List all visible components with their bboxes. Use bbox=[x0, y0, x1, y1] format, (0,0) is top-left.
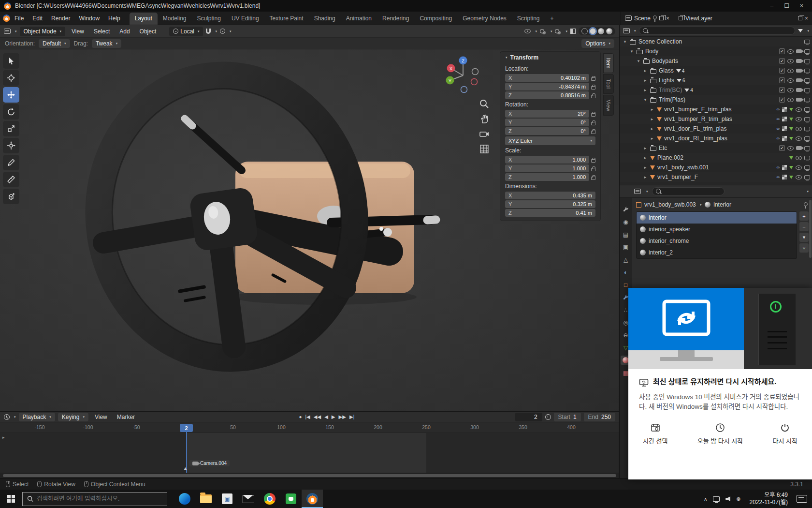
restart-tonight-button[interactable]: 오늘 밤 다시 시작 bbox=[697, 423, 743, 445]
pick-time-button[interactable]: 시간 선택 bbox=[643, 423, 667, 445]
collection-checkbox[interactable]: ✓ bbox=[779, 97, 785, 103]
snap-magnet-icon[interactable] bbox=[206, 29, 211, 34]
new-scene-icon[interactable] bbox=[659, 16, 664, 20]
disable-viewport-icon[interactable] bbox=[804, 69, 810, 73]
rotate-tool[interactable] bbox=[3, 104, 19, 120]
disable-viewport-icon[interactable] bbox=[804, 156, 810, 160]
disable-render-icon[interactable] bbox=[796, 59, 802, 63]
tab-view[interactable]: View bbox=[603, 95, 614, 116]
store-taskbar-button[interactable]: ▣ bbox=[217, 490, 238, 508]
location-y-field[interactable]: Y-0.84374 m bbox=[505, 83, 589, 90]
disable-viewport-icon[interactable] bbox=[804, 165, 810, 170]
hide-eye-icon[interactable] bbox=[787, 146, 794, 150]
annotate-tool[interactable] bbox=[3, 155, 19, 170]
rotation-y-field[interactable]: Y0° bbox=[505, 119, 589, 126]
workspace-tab-shading[interactable]: Shading bbox=[309, 13, 341, 25]
zoom-icon[interactable] bbox=[479, 99, 490, 109]
disable-viewport-icon[interactable] bbox=[804, 59, 810, 63]
workspace-tab-layout[interactable]: Layout bbox=[130, 13, 158, 25]
expand-arrow-icon[interactable]: ▸ bbox=[643, 155, 648, 160]
select-box-tool[interactable] bbox=[3, 53, 19, 69]
hide-eye-icon[interactable] bbox=[787, 69, 794, 73]
dimensions-y-field[interactable]: Y0.325 m bbox=[505, 200, 595, 208]
collapse-chevron-icon[interactable]: ▾ bbox=[506, 56, 508, 60]
collection-checkbox[interactable]: ✓ bbox=[779, 87, 785, 93]
expand-arrow-icon[interactable]: ▸ bbox=[643, 165, 648, 170]
play-button[interactable]: ▶ bbox=[332, 414, 335, 419]
disable-render-icon[interactable] bbox=[796, 78, 802, 82]
solid-shading-icon[interactable] bbox=[590, 28, 596, 34]
timeline-menu-marker[interactable]: Marker bbox=[114, 413, 138, 421]
slot-specials-button[interactable]: ▾ bbox=[799, 233, 809, 242]
jump-to-start-button[interactable]: |◀ bbox=[305, 414, 310, 419]
hide-eye-icon[interactable] bbox=[796, 175, 802, 179]
workspace-tab-scripting[interactable]: Scripting bbox=[512, 13, 545, 25]
start-button[interactable] bbox=[0, 490, 22, 508]
expand-arrow-icon[interactable]: ▸ bbox=[643, 146, 648, 150]
lock-icon[interactable] bbox=[591, 122, 595, 125]
lock-icon[interactable] bbox=[591, 86, 595, 90]
proportional-edit-icon[interactable] bbox=[220, 29, 225, 34]
workspace-tab-geometry-nodes[interactable]: Geometry Nodes bbox=[457, 13, 512, 25]
explorer-taskbar-button[interactable] bbox=[195, 490, 217, 508]
scrollbar-thumb[interactable] bbox=[3, 474, 616, 477]
rotation-mode-dropdown[interactable]: XYZ Euler ▾ bbox=[505, 136, 595, 145]
expand-arrow-icon[interactable]: ▾ bbox=[636, 59, 641, 63]
material-slot[interactable]: interior_speaker bbox=[637, 224, 797, 235]
workspace-tab-animation[interactable]: Animation bbox=[341, 13, 377, 25]
breadcrumb-object[interactable]: vrv1_body_swb.003 bbox=[644, 201, 696, 208]
hide-eye-icon[interactable] bbox=[787, 78, 794, 83]
play-reverse-button[interactable]: ◀ bbox=[324, 414, 328, 419]
disable-viewport-icon[interactable] bbox=[804, 88, 810, 92]
outliner-row-plane[interactable]: ▸ Plane.002 bbox=[620, 153, 812, 163]
viewport-menu-object[interactable]: Object bbox=[136, 27, 160, 36]
hide-eye-icon[interactable] bbox=[787, 98, 794, 102]
hide-eye-icon[interactable] bbox=[796, 136, 802, 141]
edge-taskbar-button[interactable] bbox=[174, 490, 195, 508]
menu-edit[interactable]: Edit bbox=[28, 15, 47, 22]
prev-keyframe-button[interactable]: ◀◀ bbox=[314, 414, 321, 419]
filter-icon[interactable] bbox=[798, 29, 803, 32]
ime-status-icon[interactable]: ⊗ bbox=[736, 496, 740, 502]
transform-panel-header[interactable]: ▾ Transform bbox=[500, 52, 600, 63]
location-z-field[interactable]: Z0.88516 m bbox=[505, 91, 589, 99]
keying-dropdown[interactable]: Keying▾ bbox=[58, 413, 88, 421]
record-button[interactable]: ● bbox=[299, 414, 302, 419]
outliner-row-body-swb[interactable]: ▸ vrv1_body_swb.001 ∞ bbox=[620, 163, 812, 172]
camera-view-icon[interactable] bbox=[479, 129, 490, 139]
disable-viewport-icon[interactable] bbox=[804, 136, 810, 141]
outliner-row-trim-plas[interactable]: ▾ Trim(Plas) ✓ bbox=[620, 95, 812, 105]
disable-viewport-icon[interactable] bbox=[804, 175, 810, 179]
tool-tab-icon[interactable] bbox=[621, 205, 631, 214]
taskbar-search-input[interactable] bbox=[37, 495, 162, 502]
outliner-search[interactable] bbox=[639, 27, 796, 35]
disable-render-icon[interactable] bbox=[796, 69, 802, 73]
timeline-editor-icon[interactable] bbox=[4, 414, 10, 420]
move-tool[interactable] bbox=[3, 87, 19, 103]
scene-name[interactable]: Scene bbox=[634, 15, 651, 22]
expand-arrow-icon[interactable]: ▸ bbox=[643, 175, 648, 179]
disable-render-icon[interactable] bbox=[796, 49, 802, 53]
lock-icon[interactable] bbox=[591, 159, 595, 163]
action-center-icon[interactable] bbox=[797, 495, 807, 503]
show-overlays-icon[interactable] bbox=[555, 29, 559, 33]
scale-x-field[interactable]: X1.000 bbox=[505, 156, 589, 164]
add-slot-button[interactable]: + bbox=[799, 211, 809, 221]
expand-arrow-icon[interactable]: ▸ bbox=[650, 107, 654, 112]
menu-help[interactable]: Help bbox=[104, 15, 125, 22]
mail-taskbar-button[interactable] bbox=[238, 490, 259, 508]
green-app-taskbar-button[interactable] bbox=[280, 490, 302, 508]
disable-viewport-icon[interactable] bbox=[804, 78, 810, 83]
chrome-taskbar-button[interactable] bbox=[259, 490, 280, 508]
pin-icon[interactable] bbox=[653, 15, 657, 19]
lock-icon[interactable] bbox=[591, 113, 595, 117]
outliner-row-object[interactable]: ▸ vrv1_door_RL_trim_plas ∞ bbox=[620, 134, 812, 143]
hide-eye-icon[interactable] bbox=[787, 49, 794, 54]
world-tab-icon[interactable]: ◐ bbox=[621, 268, 631, 277]
remove-slot-button[interactable]: − bbox=[799, 222, 809, 231]
viewlayer-tab-icon[interactable]: ▣ bbox=[621, 242, 631, 252]
outliner-row-glass[interactable]: ▸ Glass 4 ✓ bbox=[620, 66, 812, 75]
collection-checkbox[interactable]: ✓ bbox=[779, 58, 785, 64]
navigation-gizmo[interactable]: Z X Y bbox=[442, 54, 484, 96]
scene-tab-icon[interactable]: △ bbox=[621, 255, 631, 264]
